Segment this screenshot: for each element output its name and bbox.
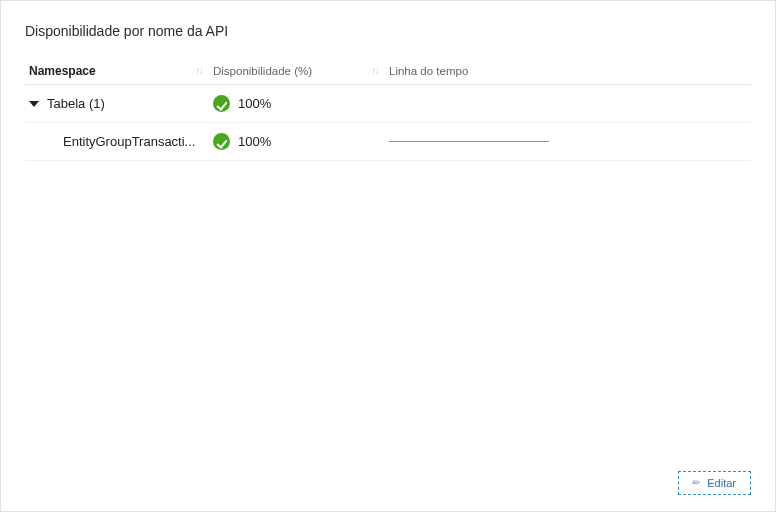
col-header-namespace[interactable]: Namespace ↑↓ [25, 64, 213, 78]
child-label: EntityGroupTransacti... [63, 134, 195, 149]
check-icon [213, 133, 230, 150]
pencil-icon: ✎ [691, 477, 704, 490]
child-namespace-cell: EntityGroupTransacti... [25, 134, 213, 149]
availability-panel: Disponibilidade por nome da API Namespac… [0, 0, 776, 512]
panel-title: Disponibilidade por nome da API [25, 23, 751, 39]
child-availability-cell: 100% [213, 133, 389, 150]
caret-down-icon[interactable] [29, 101, 39, 107]
availability-table: Namespace ↑↓ Disponibilidade (%) ↑↓ Linh… [25, 57, 751, 161]
sort-icon: ↑↓ [195, 65, 203, 76]
table-row-child[interactable]: EntityGroupTransacti... 100% [25, 123, 751, 161]
col-header-timeline: Linha do tempo [389, 65, 751, 77]
table-header-row: Namespace ↑↓ Disponibilidade (%) ↑↓ Linh… [25, 57, 751, 85]
col-header-availability-label: Disponibilidade (%) [213, 65, 312, 77]
sparkline [389, 141, 549, 143]
group-label: Tabela (1) [47, 96, 105, 111]
table-row-group[interactable]: Tabela (1) 100% [25, 85, 751, 123]
group-availability-value: 100% [238, 96, 271, 111]
col-header-availability[interactable]: Disponibilidade (%) ↑↓ [213, 65, 389, 77]
group-namespace-cell: Tabela (1) [25, 96, 213, 111]
check-icon [213, 95, 230, 112]
child-timeline-cell [389, 141, 751, 143]
child-availability-value: 100% [238, 134, 271, 149]
col-header-namespace-label: Namespace [29, 64, 96, 78]
group-availability-cell: 100% [213, 95, 389, 112]
col-header-timeline-label: Linha do tempo [389, 65, 468, 77]
panel-footer: ✎ Editar [25, 471, 751, 495]
sort-icon: ↑↓ [371, 65, 379, 76]
edit-button-label: Editar [707, 477, 736, 489]
edit-button[interactable]: ✎ Editar [678, 471, 751, 495]
